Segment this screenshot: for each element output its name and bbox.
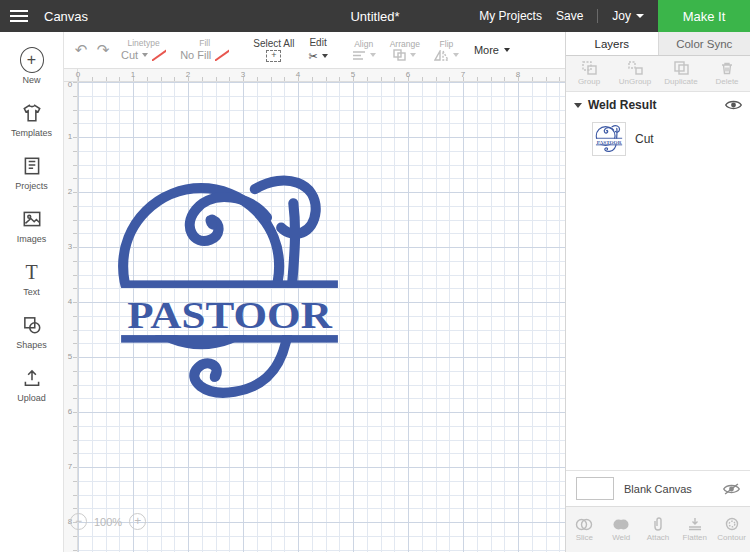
ungroup-icon xyxy=(628,61,643,75)
sidebar-item-new[interactable]: + New xyxy=(0,40,64,93)
text-tool-icon: T xyxy=(20,260,44,284)
upload-icon xyxy=(20,366,44,390)
sidebar-item-text[interactable]: T Text xyxy=(0,252,64,305)
more-dropdown[interactable]: More xyxy=(474,44,510,56)
my-projects-link[interactable]: My Projects xyxy=(479,9,542,23)
edit-menu-button[interactable]: Edit ✂ xyxy=(308,37,327,63)
chevron-down-icon xyxy=(410,53,416,57)
expand-triangle-icon[interactable] xyxy=(574,103,582,108)
layer-label: Cut xyxy=(635,132,654,146)
ruler-mark: 0 xyxy=(71,70,85,79)
image-icon xyxy=(20,207,44,231)
layer-group-title: Weld Result xyxy=(588,98,725,112)
vertical-ruler: 0 1 2 3 4 5 6 7 8 xyxy=(64,82,78,552)
save-link[interactable]: Save xyxy=(556,9,583,23)
no-fill-swatch xyxy=(215,49,229,61)
ruler-mark: 3 xyxy=(64,242,76,251)
chevron-down-icon xyxy=(636,14,644,18)
layer-item-cut[interactable]: Cut xyxy=(566,118,750,160)
ruler-mark: 6 xyxy=(401,70,415,79)
chevron-down-icon xyxy=(453,53,459,57)
blank-canvas-label: Blank Canvas xyxy=(624,483,713,495)
user-name: Joy xyxy=(612,9,631,23)
trash-icon xyxy=(720,61,734,75)
visibility-off-icon[interactable] xyxy=(723,482,740,496)
weld-button[interactable]: Weld xyxy=(603,507,640,552)
horizontal-ruler: 0 1 2 3 4 5 6 7 8 9 xyxy=(78,69,565,82)
projects-icon xyxy=(20,154,44,178)
zoom-in-button[interactable]: + xyxy=(129,513,146,530)
layer-list: Weld Result Cut xyxy=(566,92,750,470)
contour-button[interactable]: Contour xyxy=(713,507,750,552)
select-all-icon: + xyxy=(266,50,281,62)
ruler-mark: 4 xyxy=(291,70,305,79)
attach-icon xyxy=(652,517,664,531)
hamburger-menu-icon[interactable] xyxy=(0,0,40,32)
duplicate-icon xyxy=(674,61,689,75)
tab-layers[interactable]: Layers xyxy=(566,32,659,55)
tab-color-sync[interactable]: Color Sync xyxy=(659,32,750,55)
select-all-button[interactable]: Select All + xyxy=(253,38,294,62)
monogram-artwork[interactable] xyxy=(115,175,343,406)
zoom-out-button[interactable]: − xyxy=(70,513,87,530)
zoom-level: 100% xyxy=(94,516,122,528)
chevron-down-icon xyxy=(322,54,328,58)
sidebar-item-projects[interactable]: Projects xyxy=(0,146,64,199)
more-label: More xyxy=(474,44,499,56)
design-canvas-grid[interactable] xyxy=(78,82,565,552)
canvas-color-swatch[interactable] xyxy=(576,477,614,500)
flatten-button[interactable]: Flatten xyxy=(676,507,713,552)
flip-icon xyxy=(434,50,449,61)
group-button[interactable]: Group xyxy=(566,56,612,91)
make-it-button[interactable]: Make It xyxy=(658,0,750,32)
select-all-label: Select All xyxy=(253,38,294,50)
linetype-dropdown[interactable]: Linetype Cut xyxy=(121,38,166,62)
duplicate-button[interactable]: Duplicate xyxy=(658,56,704,91)
ruler-mark: 6 xyxy=(64,407,76,416)
edit-toolbar: ↶ ↷ Linetype Cut Fill No Fill Select All… xyxy=(64,32,565,69)
layer-action-row: Group UnGroup Duplicate Delete xyxy=(566,56,750,92)
undo-icon[interactable]: ↶ xyxy=(70,41,92,59)
ruler-mark: 2 xyxy=(64,187,76,196)
linetype-value: Cut xyxy=(121,48,138,62)
top-bar: Canvas Untitled* My Projects Save Joy Ma… xyxy=(0,0,750,32)
layers-panel: Layers Color Sync Group UnGroup Duplicat… xyxy=(565,32,750,552)
flatten-icon xyxy=(688,517,702,531)
sidebar-item-images[interactable]: Images xyxy=(0,199,64,252)
shirt-icon xyxy=(20,101,44,125)
sidebar-item-templates[interactable]: Templates xyxy=(0,93,64,146)
shapes-icon xyxy=(20,313,44,337)
ruler-mark: 7 xyxy=(456,70,470,79)
tool-sidebar: + New Templates Projects Images T Text xyxy=(0,32,64,552)
visibility-eye-icon[interactable] xyxy=(725,98,742,112)
flip-label: Flip xyxy=(440,39,454,49)
redo-icon[interactable]: ↷ xyxy=(92,41,114,59)
ungroup-button[interactable]: UnGroup xyxy=(612,56,658,91)
fill-value: No Fill xyxy=(180,48,211,62)
arrange-dropdown[interactable]: Arrange xyxy=(390,39,420,61)
align-dropdown[interactable]: Align xyxy=(352,39,376,60)
align-label: Align xyxy=(354,39,373,49)
ruler-mark: 5 xyxy=(64,352,76,361)
fill-dropdown[interactable]: Fill No Fill xyxy=(180,38,229,62)
scissors-icon: ✂ xyxy=(308,49,317,63)
layer-group-weld-result[interactable]: Weld Result xyxy=(566,92,750,118)
user-menu[interactable]: Joy xyxy=(612,9,644,23)
contour-icon xyxy=(725,517,739,531)
ruler-mark: 8 xyxy=(511,70,525,79)
ruler-mark: 5 xyxy=(346,70,360,79)
chevron-down-icon xyxy=(370,53,376,57)
sidebar-item-shapes[interactable]: Shapes xyxy=(0,305,64,358)
arrange-icon xyxy=(393,49,406,61)
layer-thumbnail xyxy=(592,122,626,156)
chevron-down-icon xyxy=(504,48,510,52)
delete-button[interactable]: Delete xyxy=(704,56,750,91)
slice-button[interactable]: Slice xyxy=(566,507,603,552)
ruler-mark: 3 xyxy=(236,70,250,79)
attach-button[interactable]: Attach xyxy=(640,507,677,552)
zoom-control: − 100% + xyxy=(70,513,146,530)
flip-dropdown[interactable]: Flip xyxy=(434,39,459,60)
design-app-window: Canvas Untitled* My Projects Save Joy Ma… xyxy=(0,0,750,552)
sidebar-item-upload[interactable]: Upload xyxy=(0,358,64,411)
header-divider xyxy=(597,9,598,23)
